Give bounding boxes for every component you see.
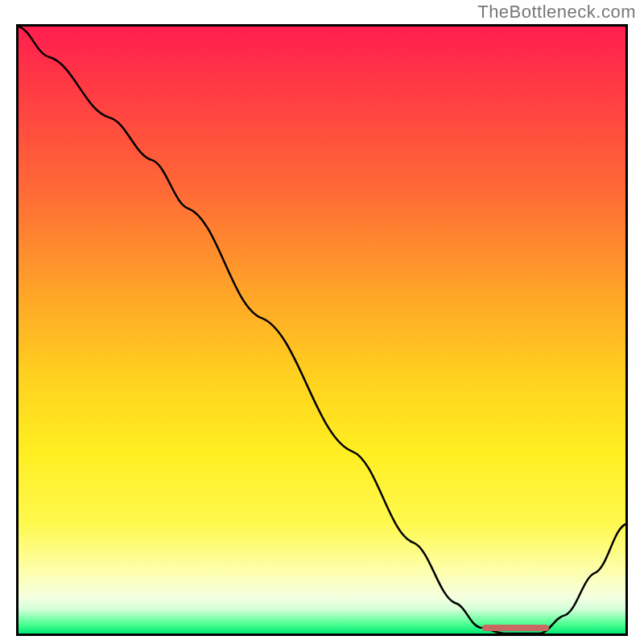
bottleneck-curve [19,27,625,634]
chart-plot-area [16,24,628,636]
optimal-range-marker [482,625,549,631]
curve-svg [19,27,625,634]
source-label: TheBottleneck.com [477,2,636,23]
chart-wrap: TheBottleneck.com [0,0,644,644]
